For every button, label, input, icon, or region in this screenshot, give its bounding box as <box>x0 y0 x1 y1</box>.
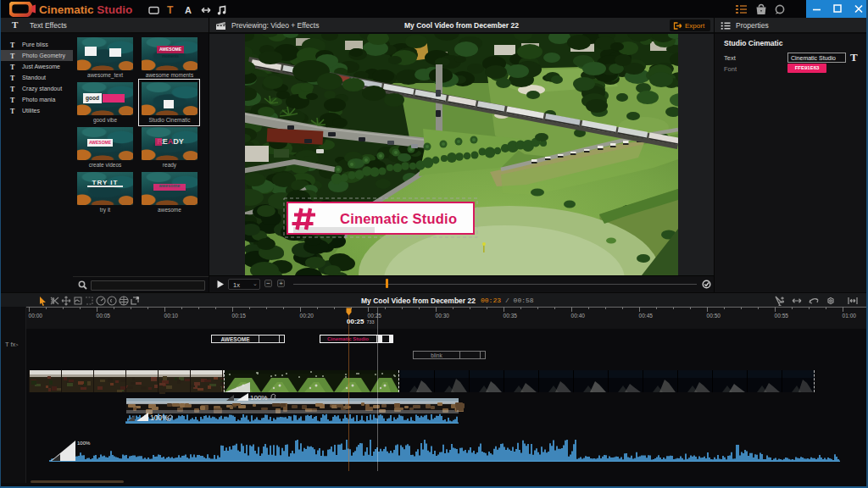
svg-text:100%: 100% <box>250 394 267 401</box>
svg-text:A: A <box>185 5 192 15</box>
svg-text:T: T <box>167 5 174 15</box>
svg-text:100%: 100% <box>150 413 169 421</box>
svg-text:Cinematic Studio: Cinematic Studio <box>340 211 457 226</box>
